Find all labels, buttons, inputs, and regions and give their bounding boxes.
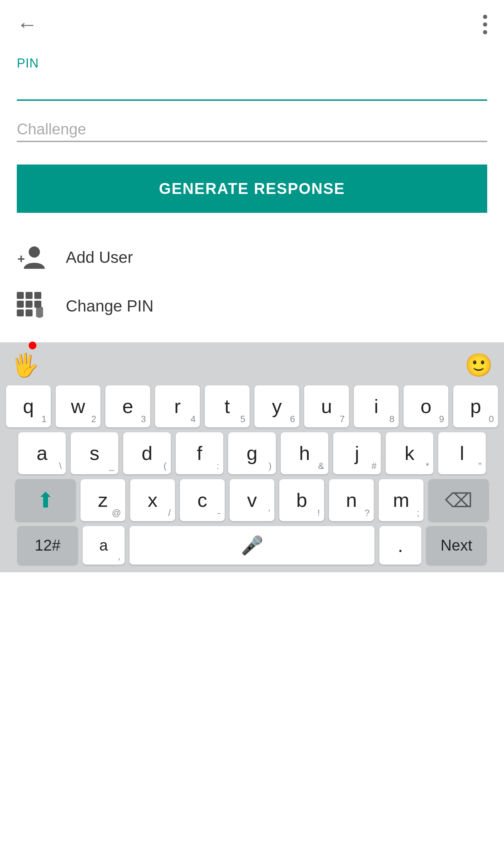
space-key[interactable]: 🎤	[130, 526, 374, 565]
svg-rect-3	[26, 292, 33, 299]
key-i[interactable]: i8	[354, 385, 399, 427]
more-dot-3	[483, 30, 487, 34]
key-p[interactable]: p0	[453, 385, 498, 427]
key-g[interactable]: g)	[228, 432, 276, 474]
key-v[interactable]: v'	[230, 479, 274, 521]
key-o[interactable]: o9	[404, 385, 448, 427]
key-u[interactable]: u7	[304, 385, 349, 427]
pin-label: PIN	[17, 56, 487, 71]
shift-icon: ⬆	[37, 488, 54, 512]
key-x[interactable]: x/	[130, 479, 175, 521]
shift-key[interactable]: ⬆	[15, 479, 76, 521]
keyboard-row-2: a\ s_ d( f: g) h& j# k* l"	[3, 432, 501, 474]
menu-items: + Add User Change PIN	[0, 234, 504, 331]
key-t[interactable]: t5	[205, 385, 250, 427]
key-s[interactable]: s_	[71, 432, 118, 474]
key-b[interactable]: b!	[279, 479, 324, 521]
more-dot-1	[483, 15, 487, 19]
period-label: .	[398, 536, 403, 555]
key-j[interactable]: j#	[333, 432, 381, 474]
svg-point-0	[29, 246, 40, 258]
pin-field-group: PIN	[17, 56, 487, 101]
challenge-input[interactable]	[17, 118, 487, 142]
keyboard-row-3: ⬆ z@ x/ c- v' b! n? m; ⌫	[3, 479, 501, 521]
backspace-key[interactable]: ⌫	[428, 479, 489, 521]
keyboard-top-bar: 🖐 🙂	[3, 348, 501, 385]
top-bar: ←	[0, 0, 504, 42]
svg-rect-8	[17, 309, 24, 316]
change-pin-item[interactable]: Change PIN	[17, 281, 487, 331]
key-a[interactable]: a\	[18, 432, 66, 474]
key-k[interactable]: k*	[386, 432, 433, 474]
numeric-key[interactable]: 12#	[18, 526, 78, 565]
key-r[interactable]: r4	[155, 385, 200, 427]
svg-rect-2	[17, 292, 24, 299]
key-c[interactable]: c-	[180, 479, 225, 521]
svg-rect-5	[17, 301, 24, 308]
key-y[interactable]: y6	[254, 385, 299, 427]
key-z[interactable]: z@	[80, 479, 125, 521]
keyboard-mode-icon[interactable]: 🖐	[11, 352, 39, 378]
mic-icon: 🎤	[241, 535, 264, 556]
comma-key[interactable]: a ,	[83, 526, 125, 565]
add-user-icon: +	[17, 245, 52, 270]
key-f[interactable]: f:	[176, 432, 223, 474]
keyboard-row-bottom: 12# a , 🎤 . Next	[3, 526, 501, 565]
svg-text:+: +	[18, 252, 25, 266]
generate-response-button[interactable]: GENERATE RESPONSE	[17, 165, 487, 213]
keyboard-row-1: q1 w2 e3 r4 t5 y6 u7 i8 o9 p0	[3, 385, 501, 427]
key-l[interactable]: l"	[438, 432, 486, 474]
numeric-label: 12#	[35, 538, 60, 553]
change-pin-label: Change PIN	[66, 296, 154, 315]
keyboard-left-icons: 🖐	[11, 352, 36, 378]
form-area: PIN GENERATE RESPONSE	[0, 42, 504, 234]
keyboard-red-dot	[29, 342, 36, 349]
svg-rect-9	[26, 309, 33, 316]
key-h[interactable]: h&	[281, 432, 328, 474]
key-d[interactable]: d(	[123, 432, 171, 474]
emoji-button[interactable]: 🙂	[465, 352, 493, 378]
more-menu-button[interactable]	[483, 15, 487, 34]
svg-rect-4	[34, 292, 41, 299]
more-dot-2	[483, 22, 487, 27]
change-pin-icon	[17, 292, 52, 320]
key-w[interactable]: w2	[56, 385, 100, 427]
key-m[interactable]: m;	[379, 479, 424, 521]
key-n[interactable]: n?	[329, 479, 374, 521]
back-button[interactable]: ←	[17, 14, 38, 35]
period-key[interactable]: .	[379, 526, 421, 565]
next-label: Next	[441, 538, 472, 553]
pin-input[interactable]	[17, 76, 487, 101]
add-user-label: Add User	[66, 248, 133, 267]
key-e[interactable]: e3	[105, 385, 150, 427]
next-key[interactable]: Next	[426, 526, 486, 565]
svg-rect-6	[26, 301, 33, 308]
keyboard: 🖐 🙂 q1 w2 e3 r4 t5 y6 u7 i8 o9 p0 a\ s_ …	[0, 342, 504, 572]
key-q[interactable]: q1	[6, 385, 51, 427]
challenge-field-group	[17, 118, 487, 142]
backspace-icon: ⌫	[445, 489, 472, 512]
add-user-item[interactable]: + Add User	[17, 234, 487, 281]
